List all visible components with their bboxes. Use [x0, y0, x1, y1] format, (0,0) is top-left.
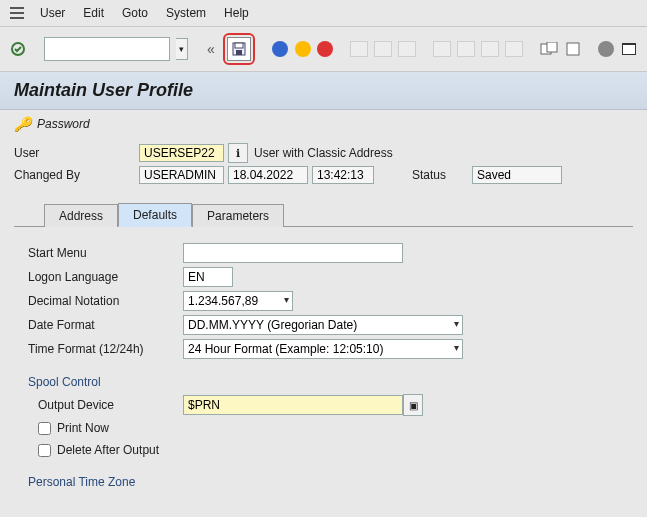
spool-control-group: Spool Control	[28, 375, 619, 389]
find-icon	[374, 39, 392, 59]
enter-icon[interactable]	[10, 39, 27, 59]
user-label: User	[14, 146, 139, 160]
output-device-search-icon[interactable]: ▣	[403, 394, 423, 416]
password-button[interactable]: Password	[37, 117, 90, 131]
save-button-highlight	[223, 33, 255, 65]
key-icon[interactable]: 🔑	[14, 116, 31, 132]
print-now-checkbox[interactable]	[38, 422, 51, 435]
menu-user[interactable]: User	[38, 4, 67, 22]
menu-system[interactable]: System	[164, 4, 208, 22]
logon-language-input[interactable]	[183, 267, 233, 287]
menu-help[interactable]: Help	[222, 4, 251, 22]
status-value	[472, 166, 562, 184]
tabstrip: Address Defaults Parameters	[14, 202, 633, 227]
svg-rect-5	[547, 42, 557, 52]
app-menu-icon[interactable]	[10, 7, 24, 19]
save-icon[interactable]	[227, 37, 251, 61]
delete-after-output-checkbox[interactable]	[38, 444, 51, 457]
okcode-input[interactable]	[44, 37, 170, 61]
last-page-icon	[505, 39, 523, 59]
first-page-icon	[433, 39, 451, 59]
output-device-input[interactable]	[183, 395, 403, 415]
decimal-notation-select[interactable]	[183, 291, 293, 311]
help-circle-icon[interactable]	[598, 39, 615, 59]
time-format-select[interactable]	[183, 339, 463, 359]
delete-after-output-label: Delete After Output	[57, 443, 159, 457]
changed-time	[312, 166, 374, 184]
status-label: Status	[412, 168, 472, 182]
tab-address[interactable]: Address	[44, 204, 118, 227]
okcode-dropdown-icon[interactable]: ▾	[176, 38, 189, 60]
shortcut-icon[interactable]	[564, 39, 581, 59]
menu-goto[interactable]: Goto	[120, 4, 150, 22]
output-device-label: Output Device	[38, 398, 183, 412]
svg-rect-6	[567, 43, 579, 55]
svg-rect-8	[623, 45, 635, 54]
time-format-label: Time Format (12/24h)	[28, 342, 183, 356]
prev-page-icon	[457, 39, 475, 59]
menubar: User Edit Goto System Help	[0, 0, 647, 27]
changed-by-label: Changed By	[14, 168, 139, 182]
decimal-notation-label: Decimal Notation	[28, 294, 183, 308]
svg-rect-3	[236, 50, 242, 55]
back-icon[interactable]: «	[205, 41, 217, 57]
user-info-icon[interactable]: ℹ	[228, 143, 248, 163]
tab-defaults-content: Start Menu Logon Language Decimal Notati…	[14, 227, 633, 489]
toolbar: ▾ «	[0, 27, 647, 72]
header-form: User ℹ User with Classic Address Changed…	[0, 138, 647, 489]
changed-date	[228, 166, 308, 184]
date-format-label: Date Format	[28, 318, 183, 332]
tab-parameters[interactable]: Parameters	[192, 204, 284, 227]
changed-by-value	[139, 166, 224, 184]
print-icon	[350, 39, 368, 59]
new-session-icon[interactable]	[540, 39, 558, 59]
start-menu-input[interactable]	[183, 243, 403, 263]
menu-edit[interactable]: Edit	[81, 4, 106, 22]
start-menu-label: Start Menu	[28, 246, 183, 260]
personal-time-zone-group: Personal Time Zone	[28, 475, 619, 489]
cancel-icon[interactable]	[317, 39, 334, 59]
exit-icon[interactable]	[294, 39, 311, 59]
find-next-icon	[398, 39, 416, 59]
page-title: Maintain User Profile	[0, 72, 647, 110]
logon-language-label: Logon Language	[28, 270, 183, 284]
print-now-label: Print Now	[57, 421, 109, 435]
layout-icon[interactable]	[620, 39, 637, 59]
tab-defaults[interactable]: Defaults	[118, 203, 192, 227]
date-format-select[interactable]	[183, 315, 463, 335]
user-desc: User with Classic Address	[254, 146, 393, 160]
svg-rect-2	[235, 43, 243, 48]
password-row: 🔑 Password	[0, 110, 647, 138]
next-page-icon	[481, 39, 499, 59]
user-input[interactable]	[139, 144, 224, 162]
back-circle-icon[interactable]	[272, 39, 289, 59]
